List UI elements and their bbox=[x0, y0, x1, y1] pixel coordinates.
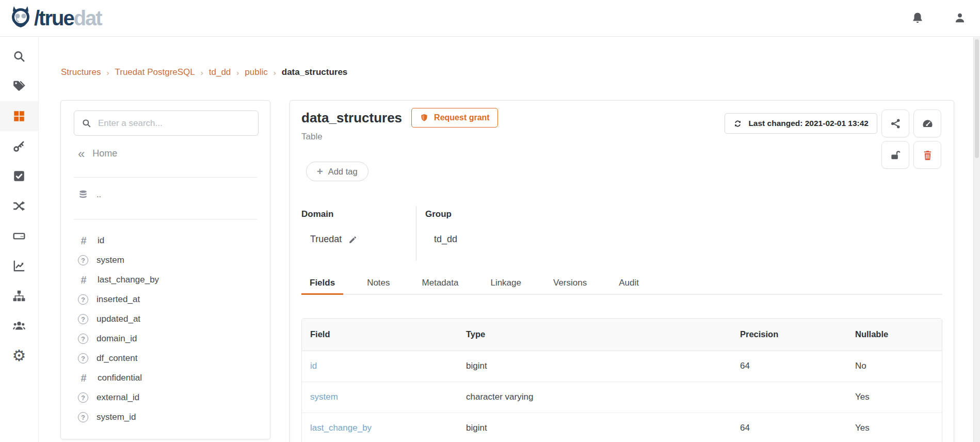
breadcrumb: Structures › Truedat PostgreSQL › td_dd … bbox=[61, 67, 347, 77]
breadcrumb-separator: › bbox=[274, 68, 276, 77]
plus-icon: + bbox=[317, 166, 323, 177]
notifications-bell-icon[interactable] bbox=[911, 11, 924, 25]
grid-icon bbox=[12, 109, 26, 123]
gauge-icon bbox=[922, 118, 934, 130]
tab-fields[interactable]: Fields bbox=[301, 272, 343, 294]
home-nav-item[interactable]: « Home bbox=[78, 148, 117, 159]
field-link[interactable]: system bbox=[310, 392, 338, 402]
refresh-icon bbox=[733, 119, 742, 128]
breadcrumb-link-database[interactable]: td_dd bbox=[209, 67, 231, 77]
request-grant-button[interactable]: Request grant bbox=[411, 108, 498, 128]
field-nullable-cell: No bbox=[847, 351, 942, 382]
truedat-logo[interactable]: /truedat bbox=[8, 6, 102, 30]
column-header-field: Field bbox=[302, 319, 458, 351]
trash-icon bbox=[922, 149, 934, 161]
parent-structure-item[interactable]: .. bbox=[78, 190, 101, 200]
field-type-cell: character varying bbox=[458, 382, 732, 413]
field-type-icon: ? bbox=[78, 353, 88, 364]
breadcrumb-link-system[interactable]: Truedat PostgreSQL bbox=[115, 67, 195, 77]
domain-value: Truedat bbox=[310, 234, 342, 245]
owl-icon bbox=[8, 6, 33, 30]
domain-group-section: Domain Truedat Group td_dd bbox=[301, 209, 457, 261]
list-item[interactable]: # id bbox=[78, 231, 260, 250]
rail-item-dashboards[interactable] bbox=[0, 251, 38, 281]
list-item[interactable]: ? df_content bbox=[78, 349, 260, 368]
list-item[interactable]: ? updated_at bbox=[78, 309, 260, 329]
share-button[interactable] bbox=[881, 109, 909, 137]
scrollbar-thumb[interactable] bbox=[975, 39, 979, 158]
search-input[interactable] bbox=[98, 118, 251, 129]
last-changed-button[interactable]: Last changed: 2021-02-01 13:42 bbox=[725, 113, 877, 134]
breadcrumb-separator: › bbox=[236, 68, 239, 77]
logo-text-primary: /true bbox=[34, 7, 74, 29]
field-type-icon: # bbox=[78, 235, 89, 247]
users-icon bbox=[12, 319, 26, 333]
rail-item-permissions[interactable] bbox=[0, 131, 38, 161]
delete-button[interactable] bbox=[913, 141, 941, 169]
breadcrumb-separator: › bbox=[201, 68, 203, 77]
tab-audit[interactable]: Audit bbox=[611, 272, 647, 294]
list-item[interactable]: ? system_id bbox=[78, 407, 260, 427]
rail-item-search[interactable] bbox=[0, 41, 38, 71]
field-label: system_id bbox=[97, 412, 136, 422]
table-row: system character varying Yes bbox=[302, 382, 942, 413]
panel-search-box bbox=[74, 110, 259, 136]
page-title: data_structures bbox=[301, 110, 402, 126]
breadcrumb-link-structures[interactable]: Structures bbox=[61, 67, 101, 77]
field-type-icon: ? bbox=[78, 294, 88, 305]
add-tag-button[interactable]: + Add tag bbox=[306, 162, 368, 181]
rail-item-lineage[interactable] bbox=[0, 191, 38, 221]
rail-item-groups[interactable] bbox=[0, 311, 38, 341]
rail-item-sources[interactable] bbox=[0, 221, 38, 251]
field-link[interactable]: id bbox=[310, 361, 317, 371]
check-square-icon bbox=[12, 169, 26, 183]
rail-item-settings[interactable]: ⚙ bbox=[0, 341, 38, 371]
breadcrumb-link-schema[interactable]: public bbox=[245, 67, 267, 77]
rail-item-structures[interactable] bbox=[0, 101, 38, 131]
structure-type-label: Table bbox=[301, 132, 498, 142]
table-header-row: Field Type Precision Nullable bbox=[302, 319, 942, 351]
detail-tabs: Fields Notes Metadata Linkage Versions A… bbox=[301, 272, 942, 295]
field-label: external_id bbox=[97, 392, 139, 403]
rail-item-domains[interactable] bbox=[0, 281, 38, 311]
field-label: system bbox=[97, 255, 124, 265]
edit-pencil-icon[interactable] bbox=[348, 235, 358, 244]
logo-text-secondary: dat bbox=[74, 7, 102, 29]
tab-linkage[interactable]: Linkage bbox=[482, 272, 529, 294]
unlock-button[interactable] bbox=[881, 141, 909, 169]
field-link[interactable]: last_change_by bbox=[310, 423, 372, 433]
field-type-icon: ? bbox=[78, 314, 88, 324]
list-item[interactable]: ? domain_id bbox=[78, 329, 260, 349]
list-item[interactable]: ? system bbox=[78, 250, 260, 270]
field-label: id bbox=[98, 235, 104, 246]
divider bbox=[74, 177, 257, 178]
field-type-icon: ? bbox=[78, 412, 88, 422]
profiling-button[interactable] bbox=[913, 109, 941, 137]
rail-item-quality[interactable] bbox=[0, 161, 38, 191]
list-item[interactable]: ? inserted_at bbox=[78, 290, 260, 309]
list-item[interactable]: # confidential bbox=[78, 368, 260, 388]
request-grant-label: Request grant bbox=[434, 113, 490, 122]
domain-label: Domain bbox=[301, 209, 416, 219]
tab-notes[interactable]: Notes bbox=[359, 272, 398, 294]
breadcrumb-separator: › bbox=[106, 68, 109, 77]
chart-line-icon bbox=[12, 259, 26, 273]
tab-metadata[interactable]: Metadata bbox=[414, 272, 467, 294]
share-icon bbox=[890, 118, 902, 130]
field-nullable-cell: Yes bbox=[847, 413, 942, 442]
vertical-scrollbar[interactable] bbox=[973, 37, 980, 442]
user-profile-icon[interactable] bbox=[953, 11, 967, 25]
list-item[interactable]: ? external_id bbox=[78, 388, 260, 407]
field-type-icon: ? bbox=[78, 255, 88, 265]
parent-structure-label: .. bbox=[97, 190, 101, 199]
rail-item-tags[interactable] bbox=[0, 71, 38, 101]
breadcrumb-current: data_structures bbox=[282, 67, 348, 77]
structure-nav-panel: « Home .. # id ? system # last_change_by… bbox=[60, 100, 270, 439]
list-item[interactable]: # last_change_by bbox=[78, 270, 260, 290]
table-row: id bigint 64 No bbox=[302, 351, 942, 382]
table-row: last_change_by bigint 64 Yes bbox=[302, 413, 942, 442]
field-nullable-cell: Yes bbox=[847, 382, 942, 413]
tab-versions[interactable]: Versions bbox=[545, 272, 595, 294]
top-bar: /truedat bbox=[0, 0, 980, 37]
last-changed-label: Last changed: 2021-02-01 13:42 bbox=[748, 119, 869, 128]
